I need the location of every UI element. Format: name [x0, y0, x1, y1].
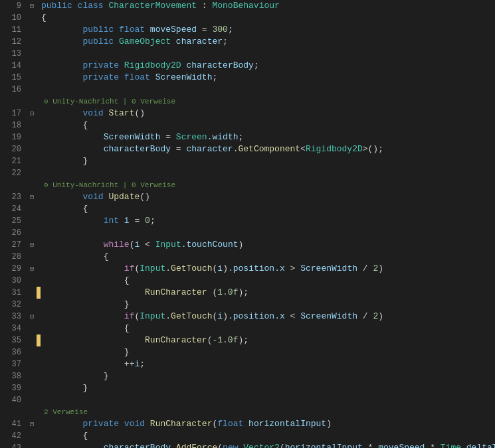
token: void: [124, 418, 150, 430]
line-number: 33: [0, 311, 21, 323]
token: characterBody: [104, 442, 171, 448]
token: ;: [212, 72, 217, 84]
gutter-cell: [25, 155, 39, 167]
token: Time: [441, 442, 461, 448]
token: CharacterMovement: [108, 0, 197, 12]
code-line: if(Input.GetTouch(i).position.x > Screen…: [39, 263, 495, 275]
line-number: 21: [0, 155, 21, 167]
token: .: [233, 143, 239, 155]
token: i: [217, 263, 223, 275]
gutter-cell: [25, 215, 39, 227]
token: float: [124, 72, 155, 84]
code-line: [39, 227, 495, 239]
line-number: 37: [0, 358, 21, 370]
token: ();: [368, 143, 383, 155]
token: horizontalInput: [243, 418, 326, 430]
token: GetTouch: [171, 263, 212, 275]
gutter-cell: [25, 131, 39, 143]
line-number: 13: [0, 48, 21, 60]
line-number: 16: [0, 84, 21, 96]
gutter-cell[interactable]: ⊟: [25, 239, 39, 251]
gutter-cell: [25, 370, 39, 382]
line-number: 32: [0, 299, 21, 311]
gutter-cell: [25, 179, 39, 191]
token: ;: [228, 24, 233, 36]
line-number: 30: [0, 275, 21, 287]
line-number: 10: [0, 12, 21, 24]
code-line: {: [39, 12, 495, 24]
gutter-cell[interactable]: ⊟: [25, 311, 39, 323]
code-line: private float ScreenWidth;: [39, 72, 495, 84]
gutter-cell: [25, 335, 39, 346]
line-number: 11: [0, 24, 21, 36]
code-line: RunCharacter(-1.0f);: [39, 335, 495, 346]
code-line: int i = 0;: [39, 215, 495, 227]
line-numbers: 9101112131415161718192021222324252627282…: [0, 0, 25, 448]
token: characterBody: [104, 143, 171, 155]
line-number: 17: [0, 108, 21, 119]
gutter-cell[interactable]: ⊟: [25, 418, 39, 430]
token: (): [134, 108, 145, 119]
token: Rigidbody2D: [306, 143, 363, 155]
token: ): [378, 311, 383, 323]
token: GetTouch: [171, 311, 212, 323]
token: 2: [373, 311, 378, 323]
code-line: {: [39, 119, 495, 131]
line-number: 35: [0, 335, 21, 346]
code-line: ++i;: [39, 358, 495, 370]
token: float: [119, 24, 150, 36]
line-number: 40: [0, 394, 21, 406]
token: ;: [238, 131, 243, 143]
token: }: [82, 382, 88, 394]
token: <: [285, 311, 300, 323]
code-line: }: [39, 370, 495, 382]
token: AddForce: [176, 442, 217, 448]
gutter-cell: [25, 406, 39, 418]
gutter-cell: [25, 143, 39, 155]
token: Input: [140, 311, 165, 323]
token: );: [238, 335, 248, 346]
code-line: [39, 167, 495, 179]
line-number: 14: [0, 60, 21, 72]
code-area: 9101112131415161718192021222324252627282…: [0, 0, 495, 448]
code-line: }: [39, 155, 495, 167]
token: ++: [124, 358, 135, 370]
gutter-cell[interactable]: ⊟: [25, 108, 39, 119]
token: /: [357, 311, 373, 323]
token: .: [171, 442, 176, 448]
token: }: [124, 346, 130, 358]
gutter-cell: [25, 96, 39, 108]
gutter-cell: [25, 275, 39, 287]
token: GameObject: [119, 36, 171, 48]
code-line: characterBody.AddForce(new Vector2(horiz…: [39, 442, 495, 448]
token: ScreenWidth: [104, 131, 161, 143]
hint-line: ⊙ Unity-Nachricht | 0 Verweise: [39, 96, 495, 108]
token: i: [217, 311, 223, 323]
token: RunCharacter: [150, 418, 213, 430]
gutter-cell: [25, 358, 39, 370]
gutter-cell[interactable]: ⊟: [25, 0, 39, 12]
gutter-cell: [25, 442, 39, 448]
token: i: [134, 358, 140, 370]
token: }: [82, 155, 88, 167]
code-editor: 9101112131415161718192021222324252627282…: [0, 0, 495, 448]
token: private: [82, 72, 124, 84]
code-line: while(i < Input.touchCount): [39, 239, 495, 251]
token: Screen: [176, 131, 207, 143]
token: =: [130, 215, 145, 227]
token: /: [357, 263, 373, 275]
token: ): [326, 418, 332, 430]
gutter-cell: [25, 203, 39, 215]
token: GetComponent: [238, 143, 300, 155]
token: (: [207, 335, 213, 346]
gutter-cell[interactable]: ⊟: [25, 191, 39, 203]
token: characterBody: [181, 60, 254, 72]
gutter-cell[interactable]: ⊟: [25, 263, 39, 275]
token: while: [104, 239, 130, 251]
code-line: [39, 394, 495, 406]
token: .position.x: [228, 311, 285, 323]
line-number: 29: [0, 263, 21, 275]
token: >: [285, 263, 300, 275]
token: (: [207, 287, 218, 299]
token: ): [223, 263, 228, 275]
